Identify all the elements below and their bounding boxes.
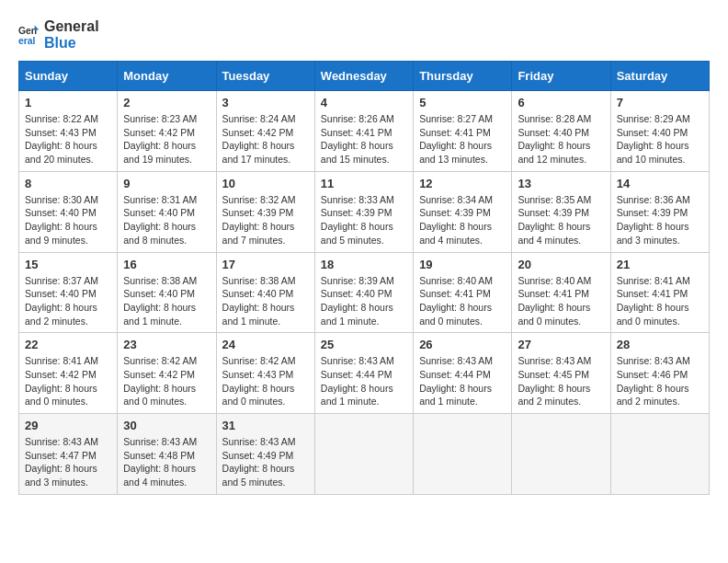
- day-number: 4: [321, 96, 407, 109]
- cell-info: Sunrise: 8:43 AM Sunset: 4:45 PM Dayligh…: [518, 354, 604, 408]
- day-number: 21: [617, 258, 703, 271]
- day-number: 25: [321, 338, 407, 351]
- day-header-saturday: Saturday: [610, 62, 709, 91]
- day-number: 1: [25, 96, 111, 109]
- calendar-cell: [314, 414, 413, 495]
- calendar-table: SundayMondayTuesdayWednesdayThursdayFrid…: [18, 61, 710, 495]
- day-number: 27: [518, 338, 604, 351]
- calendar-cell: 16 Sunrise: 8:38 AM Sunset: 4:40 PM Dayl…: [118, 252, 216, 333]
- day-header-friday: Friday: [512, 62, 610, 91]
- calendar-cell: 6 Sunrise: 8:28 AM Sunset: 4:40 PM Dayli…: [512, 91, 610, 172]
- calendar-cell: [610, 414, 709, 495]
- calendar-cell: 24 Sunrise: 8:42 AM Sunset: 4:43 PM Dayl…: [216, 333, 314, 414]
- day-header-tuesday: Tuesday: [216, 62, 314, 91]
- day-number: 17: [222, 258, 309, 271]
- day-number: 2: [123, 96, 210, 109]
- cell-info: Sunrise: 8:22 AM Sunset: 4:43 PM Dayligh…: [25, 112, 111, 167]
- day-number: 12: [419, 177, 506, 190]
- cell-info: Sunrise: 8:26 AM Sunset: 4:41 PM Dayligh…: [321, 112, 407, 167]
- cell-info: Sunrise: 8:42 AM Sunset: 4:43 PM Dayligh…: [222, 354, 309, 408]
- calendar-cell: 30 Sunrise: 8:43 AM Sunset: 4:48 PM Dayl…: [118, 414, 216, 495]
- day-number: 8: [25, 177, 111, 190]
- calendar-cell: [414, 414, 512, 495]
- cell-info: Sunrise: 8:43 AM Sunset: 4:48 PM Dayligh…: [123, 435, 210, 489]
- cell-info: Sunrise: 8:38 AM Sunset: 4:40 PM Dayligh…: [222, 274, 309, 328]
- cell-info: Sunrise: 8:36 AM Sunset: 4:39 PM Dayligh…: [617, 193, 703, 247]
- calendar-cell: [512, 414, 610, 495]
- day-number: 24: [222, 338, 309, 351]
- day-number: 30: [123, 419, 210, 432]
- cell-info: Sunrise: 8:41 AM Sunset: 4:42 PM Dayligh…: [25, 354, 111, 408]
- calendar-cell: 14 Sunrise: 8:36 AM Sunset: 4:39 PM Dayl…: [610, 171, 709, 252]
- calendar-cell: 22 Sunrise: 8:41 AM Sunset: 4:42 PM Dayl…: [19, 333, 118, 414]
- calendar-cell: 4 Sunrise: 8:26 AM Sunset: 4:41 PM Dayli…: [314, 91, 413, 172]
- calendar-cell: 3 Sunrise: 8:24 AM Sunset: 4:42 PM Dayli…: [216, 91, 314, 172]
- calendar-cell: 15 Sunrise: 8:37 AM Sunset: 4:40 PM Dayl…: [19, 252, 118, 333]
- calendar-cell: 7 Sunrise: 8:29 AM Sunset: 4:40 PM Dayli…: [610, 91, 709, 172]
- calendar-cell: 12 Sunrise: 8:34 AM Sunset: 4:39 PM Dayl…: [414, 171, 512, 252]
- cell-info: Sunrise: 8:32 AM Sunset: 4:39 PM Dayligh…: [222, 193, 309, 247]
- day-number: 16: [123, 258, 210, 271]
- calendar-cell: 20 Sunrise: 8:40 AM Sunset: 4:41 PM Dayl…: [512, 252, 610, 333]
- day-number: 14: [617, 177, 703, 190]
- cell-info: Sunrise: 8:23 AM Sunset: 4:42 PM Dayligh…: [123, 112, 210, 167]
- calendar-cell: 1 Sunrise: 8:22 AM Sunset: 4:43 PM Dayli…: [19, 91, 118, 172]
- cell-info: Sunrise: 8:35 AM Sunset: 4:39 PM Dayligh…: [518, 193, 604, 247]
- day-number: 18: [321, 258, 407, 271]
- day-number: 5: [419, 96, 506, 109]
- logo-icon: Gen eral: [18, 24, 40, 46]
- cell-info: Sunrise: 8:24 AM Sunset: 4:42 PM Dayligh…: [222, 112, 309, 167]
- cell-info: Sunrise: 8:33 AM Sunset: 4:39 PM Dayligh…: [321, 193, 407, 247]
- calendar-week-2: 8 Sunrise: 8:30 AM Sunset: 4:40 PM Dayli…: [19, 171, 710, 252]
- cell-info: Sunrise: 8:28 AM Sunset: 4:40 PM Dayligh…: [518, 112, 604, 167]
- cell-info: Sunrise: 8:27 AM Sunset: 4:41 PM Dayligh…: [419, 112, 506, 167]
- calendar-cell: 13 Sunrise: 8:35 AM Sunset: 4:39 PM Dayl…: [512, 171, 610, 252]
- cell-info: Sunrise: 8:42 AM Sunset: 4:42 PM Dayligh…: [123, 354, 210, 408]
- cell-info: Sunrise: 8:43 AM Sunset: 4:44 PM Dayligh…: [419, 354, 506, 408]
- day-number: 23: [123, 338, 210, 351]
- day-number: 3: [222, 96, 309, 109]
- calendar-cell: 19 Sunrise: 8:40 AM Sunset: 4:41 PM Dayl…: [414, 252, 512, 333]
- logo-text-line1: General: [44, 18, 99, 35]
- day-header-sunday: Sunday: [19, 62, 118, 91]
- svg-text:Gen: Gen: [18, 26, 37, 36]
- calendar-cell: 18 Sunrise: 8:39 AM Sunset: 4:40 PM Dayl…: [314, 252, 413, 333]
- calendar-week-4: 22 Sunrise: 8:41 AM Sunset: 4:42 PM Dayl…: [19, 333, 710, 414]
- cell-info: Sunrise: 8:43 AM Sunset: 4:46 PM Dayligh…: [617, 354, 703, 408]
- day-number: 26: [419, 338, 506, 351]
- day-number: 29: [25, 419, 111, 432]
- calendar-cell: 8 Sunrise: 8:30 AM Sunset: 4:40 PM Dayli…: [19, 171, 118, 252]
- calendar-cell: 28 Sunrise: 8:43 AM Sunset: 4:46 PM Dayl…: [610, 333, 709, 414]
- cell-info: Sunrise: 8:43 AM Sunset: 4:47 PM Dayligh…: [25, 435, 111, 489]
- day-number: 28: [617, 338, 703, 351]
- cell-info: Sunrise: 8:34 AM Sunset: 4:39 PM Dayligh…: [419, 193, 506, 247]
- calendar-cell: 31 Sunrise: 8:43 AM Sunset: 4:49 PM Dayl…: [216, 414, 314, 495]
- cell-info: Sunrise: 8:40 AM Sunset: 4:41 PM Dayligh…: [419, 274, 506, 328]
- day-number: 7: [617, 96, 703, 109]
- calendar-cell: 27 Sunrise: 8:43 AM Sunset: 4:45 PM Dayl…: [512, 333, 610, 414]
- cell-info: Sunrise: 8:30 AM Sunset: 4:40 PM Dayligh…: [25, 193, 111, 247]
- calendar-week-3: 15 Sunrise: 8:37 AM Sunset: 4:40 PM Dayl…: [19, 252, 710, 333]
- calendar-cell: 17 Sunrise: 8:38 AM Sunset: 4:40 PM Dayl…: [216, 252, 314, 333]
- day-number: 15: [25, 258, 111, 271]
- day-number: 9: [123, 177, 210, 190]
- calendar-cell: 23 Sunrise: 8:42 AM Sunset: 4:42 PM Dayl…: [118, 333, 216, 414]
- cell-info: Sunrise: 8:43 AM Sunset: 4:49 PM Dayligh…: [222, 435, 309, 489]
- calendar-cell: 10 Sunrise: 8:32 AM Sunset: 4:39 PM Dayl…: [216, 171, 314, 252]
- cell-info: Sunrise: 8:29 AM Sunset: 4:40 PM Dayligh…: [617, 112, 703, 167]
- calendar-week-1: 1 Sunrise: 8:22 AM Sunset: 4:43 PM Dayli…: [19, 91, 710, 172]
- calendar-cell: 25 Sunrise: 8:43 AM Sunset: 4:44 PM Dayl…: [314, 333, 413, 414]
- day-header-monday: Monday: [118, 62, 216, 91]
- cell-info: Sunrise: 8:37 AM Sunset: 4:40 PM Dayligh…: [25, 274, 111, 328]
- day-number: 19: [419, 258, 506, 271]
- cell-info: Sunrise: 8:38 AM Sunset: 4:40 PM Dayligh…: [123, 274, 210, 328]
- calendar-cell: 21 Sunrise: 8:41 AM Sunset: 4:41 PM Dayl…: [610, 252, 709, 333]
- calendar-cell: 11 Sunrise: 8:33 AM Sunset: 4:39 PM Dayl…: [314, 171, 413, 252]
- cell-info: Sunrise: 8:39 AM Sunset: 4:40 PM Dayligh…: [321, 274, 407, 328]
- logo: Gen eral General Blue: [18, 18, 99, 52]
- day-number: 6: [518, 96, 604, 109]
- logo-text-line2: Blue: [44, 35, 99, 52]
- day-number: 31: [222, 419, 309, 432]
- cell-info: Sunrise: 8:43 AM Sunset: 4:44 PM Dayligh…: [321, 354, 407, 408]
- day-header-thursday: Thursday: [414, 62, 512, 91]
